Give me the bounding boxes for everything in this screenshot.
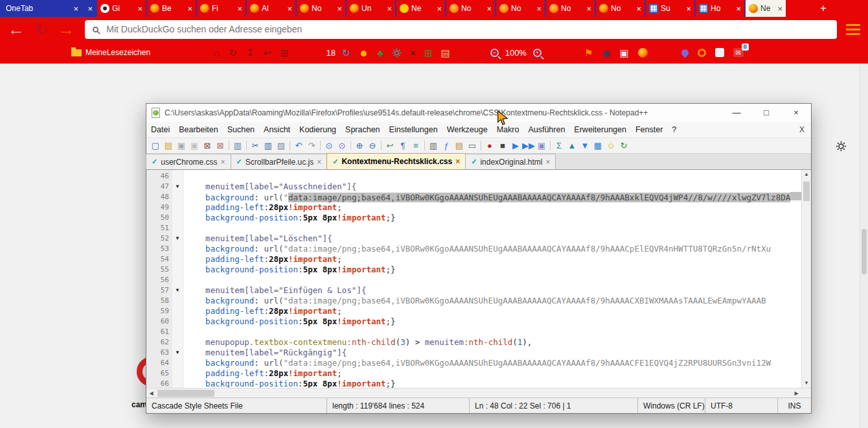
code-line[interactable]: padding-left:28px!important;: [186, 368, 801, 379]
record-macro-icon[interactable]: ●: [483, 141, 496, 150]
code-line[interactable]: background-position:5px 8px!important;}: [186, 213, 801, 223]
hscroll-track[interactable]: [156, 388, 792, 398]
browser-tab[interactable]: Al×: [246, 0, 295, 17]
fold-marker[interactable]: ▼: [172, 348, 183, 358]
save-all-icon[interactable]: ▣: [188, 141, 201, 150]
vscroll-thumb[interactable]: [803, 182, 810, 201]
cut-icon[interactable]: ✂: [249, 141, 262, 150]
menu-item[interactable]: Sprachen: [341, 125, 385, 134]
tab-close-icon[interactable]: ×: [187, 5, 192, 13]
bookmark-flag-icon[interactable]: ⚑: [584, 48, 593, 58]
code-line[interactable]: background-position:5px 8px!important;}: [186, 265, 801, 275]
firefox-icon[interactable]: [638, 48, 648, 58]
scrollbar-thumb[interactable]: [862, 229, 867, 274]
code-line[interactable]: background: url("data:image/png;base64,i…: [186, 244, 801, 254]
show-all-chars-icon[interactable]: ¶: [396, 141, 409, 150]
ring-icon[interactable]: [698, 49, 706, 57]
grid-color-icon[interactable]: ⊞: [424, 48, 433, 58]
card-icon[interactable]: [715, 48, 724, 57]
page-scrollbar[interactable]: [860, 64, 868, 428]
close-doc-icon[interactable]: ⊠: [201, 141, 214, 150]
new-tab-button[interactable]: +: [814, 0, 832, 17]
tab-close-icon[interactable]: ×: [337, 5, 342, 13]
save-macro-icon[interactable]: ▣: [535, 141, 548, 150]
tab-close-icon[interactable]: ×: [73, 5, 78, 13]
status-insert-mode[interactable]: INS: [777, 398, 811, 413]
doc-close-icon[interactable]: X: [799, 125, 811, 134]
code-line[interactable]: padding-left:28px!important;: [186, 202, 801, 213]
zoom-in-icon[interactable]: +: [533, 49, 542, 57]
code-line[interactable]: menupopup.textbox-contextmenu:nth-child(…: [186, 337, 801, 348]
code-line[interactable]: padding-left:28px!important;: [186, 306, 801, 316]
tab-close-icon[interactable]: ×: [777, 5, 782, 13]
doc-tab-close-icon[interactable]: ×: [317, 158, 321, 167]
tab-close-icon[interactable]: ×: [387, 5, 392, 13]
status-encoding[interactable]: UTF-8: [705, 398, 777, 413]
fold-marker[interactable]: ▼: [172, 182, 183, 192]
menu-item[interactable]: Werkzeuge: [442, 125, 492, 134]
grid-icon[interactable]: ▦: [591, 141, 604, 150]
save-icon[interactable]: ▣: [619, 48, 628, 58]
code-line[interactable]: menuitem[label="Rückgängig"]{: [186, 348, 801, 358]
doc-tab-close-icon[interactable]: ×: [545, 158, 550, 167]
smiley-icon[interactable]: ☺: [604, 141, 617, 150]
menu-item[interactable]: Suchen: [223, 125, 259, 134]
undo-icon[interactable]: ↶: [292, 141, 305, 150]
menu-item[interactable]: Bearbeiten: [174, 125, 222, 134]
scroll-right-icon[interactable]: ▶: [792, 390, 801, 396]
browser-tab[interactable]: No×: [445, 0, 495, 17]
tab-close-icon[interactable]: ×: [636, 5, 641, 13]
browser-tab[interactable]: No×: [545, 0, 595, 17]
browser-tab[interactable]: No×: [295, 0, 345, 17]
save-icon[interactable]: ▣: [175, 141, 188, 150]
tab-close-icon[interactable]: ×: [137, 5, 143, 13]
tab-close-icon[interactable]: ×: [686, 5, 691, 13]
menu-item[interactable]: Einstellungen: [385, 125, 442, 134]
doc-map-icon[interactable]: ▥: [427, 141, 440, 150]
folder-workspace-icon[interactable]: ▤: [453, 141, 466, 150]
mail-icon[interactable]: ✉0: [733, 48, 744, 57]
fold-marker[interactable]: ▼: [172, 233, 183, 244]
monitor-icon[interactable]: ▭: [466, 141, 479, 150]
code-line[interactable]: menuitem[label="Löschen"]{: [186, 233, 801, 244]
tab-close-icon[interactable]: ×: [536, 5, 542, 13]
menu-button[interactable]: [846, 24, 860, 35]
menu-item[interactable]: Kodierung: [295, 125, 341, 134]
print-icon[interactable]: ▥: [231, 141, 244, 150]
tab-close-icon[interactable]: ×: [486, 5, 492, 13]
code-line[interactable]: [186, 275, 801, 285]
paste-icon[interactable]: ▨: [275, 141, 288, 150]
function-list-icon[interactable]: ƒ: [440, 141, 453, 150]
editor-hscrollbar[interactable]: ◀ ▶: [146, 388, 811, 398]
word-wrap-icon[interactable]: ↩: [383, 141, 396, 150]
reload-button[interactable]: ↻: [35, 22, 47, 37]
tab-close-icon[interactable]: ×: [586, 5, 591, 13]
editor-vscrollbar[interactable]: ▲ ▼: [801, 170, 811, 388]
sort-asc-icon[interactable]: ▲: [565, 141, 578, 150]
menu-item[interactable]: Ansicht: [259, 125, 295, 134]
scroll-left-icon[interactable]: ◀: [146, 390, 156, 396]
browser-tab[interactable]: OneTab×: [0, 0, 82, 17]
menu-item[interactable]: Ausführen: [523, 125, 569, 134]
browser-tab[interactable]: Ho×: [694, 0, 744, 17]
scroll-down-icon[interactable]: ▼: [802, 379, 811, 388]
tab-close-icon[interactable]: ×: [736, 5, 741, 13]
code-area[interactable]: menuitem[label="Ausschneiden"]{ backgrou…: [183, 170, 801, 388]
zoom-out-icon[interactable]: −: [490, 49, 499, 57]
browser-tab[interactable]: Ne×: [744, 0, 786, 17]
tab-close-icon[interactable]: ×: [237, 5, 242, 13]
menu-item[interactable]: ?: [667, 125, 681, 134]
code-line[interactable]: [186, 223, 801, 233]
menu-item[interactable]: Fenster: [631, 125, 667, 134]
hscroll-thumb[interactable]: [157, 390, 214, 397]
menu-item[interactable]: Datei: [146, 125, 174, 134]
find-icon[interactable]: ⊙: [323, 141, 336, 150]
browser-tab[interactable]: Un×: [345, 0, 395, 17]
doc-tab-close-icon[interactable]: ×: [221, 158, 225, 167]
window-titlebar[interactable]: C:\Users\askas\AppData\Roaming\Mozilla\F…: [146, 104, 811, 122]
url-bar[interactable]: [85, 20, 837, 39]
fold-marker[interactable]: ▼: [172, 285, 183, 296]
gear-icon[interactable]: [392, 48, 402, 58]
code-line[interactable]: menuitem[label="Einfügen & Los"]{: [186, 285, 801, 296]
recycle-icon[interactable]: ↻: [617, 141, 630, 150]
